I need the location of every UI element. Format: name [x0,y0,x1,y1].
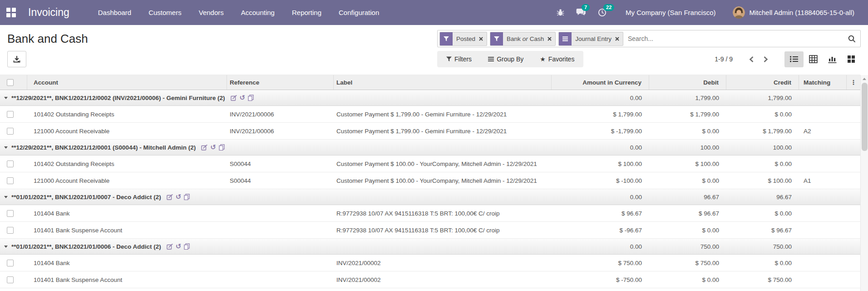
cell-amount-in-currency: $ -96.67 [552,227,649,234]
header-account[interactable]: Account [27,75,227,90]
journal-item-row[interactable]: 101401 Bank Suspense Account INV/2021/00… [0,271,860,288]
cell-account: 101404 Bank [27,260,227,266]
journal-item-row[interactable]: 101402 Outstanding Receipts S00044 Custo… [0,156,860,172]
menu-dashboard[interactable]: Dashboard [89,0,140,25]
scrollbar-thumb[interactable] [862,83,868,151]
kanban-view-button[interactable] [842,51,861,67]
app-name[interactable]: Invoicing [28,6,69,19]
journal-item-row[interactable]: 101404 Bank INV/2021/00002 $ 750.00 $ 75… [0,255,860,271]
row-select-cell [0,260,27,266]
duplicate-icon[interactable] [248,95,254,101]
caret-down-icon[interactable] [4,97,8,99]
apps-menu-icon[interactable] [6,8,16,18]
journal-item-row[interactable]: 121000 Account Receivable INV/2021/00006… [0,123,860,140]
cell-amount-in-currency: $ 100.00 [552,161,649,167]
journal-item-row[interactable]: 101404 Bank R:9772938 10/07 AX 941511631… [0,205,860,222]
group-row[interactable]: **01/01/2021**, BNK1/2021/01/0006 - Deco… [0,239,860,255]
cell-credit: $ 96.67 [726,227,799,234]
row-checkbox[interactable] [7,128,14,135]
row-checkbox[interactable] [7,161,14,167]
group-row[interactable]: **01/01/2021**, BNK1/2021/01/0007 - Deco… [0,189,860,205]
pager-next-icon[interactable] [759,54,773,65]
header-reference[interactable]: Reference [227,75,334,90]
optional-columns-icon[interactable]: ⋮ [850,79,857,86]
edit-icon[interactable] [231,95,237,101]
cell-amount-in-currency: $ 1,799.00 [552,111,649,118]
remove-facet-icon[interactable] [479,32,487,45]
caret-down-icon[interactable] [4,196,8,198]
group-by-button[interactable]: Group By [488,55,523,63]
cell-debit: $ 96.67 [649,210,726,217]
cell-label: INV/2021/00002 [334,276,552,283]
optional-columns-cell: ⋮ [847,75,860,90]
undo-icon[interactable]: ↺ [210,145,216,151]
row-checkbox[interactable] [7,111,14,118]
journal-item-row[interactable]: 101401 Bank Suspense Account R:9772938 1… [0,222,860,239]
pivot-view-button[interactable] [804,51,823,67]
journal-item-row[interactable]: 101402 Outstanding Receipts INV/2021/000… [0,106,860,123]
graph-view-button[interactable] [823,51,842,67]
menu-vendors[interactable]: Vendors [190,0,232,25]
row-checkbox[interactable] [7,276,14,283]
cell-debit: $ 0.00 [649,128,726,135]
filters-button[interactable]: Filters [446,55,472,63]
group-credit: 96.67 [726,194,799,201]
group-row[interactable]: **12/29/2021**, BNK1/2021/12/0001 (S0004… [0,140,860,156]
search-input[interactable] [626,35,844,42]
group-debit: 750.00 [649,243,726,250]
control-panel-buttons: Filters Group By ★ Favorites 1-9 / 9 [0,51,868,67]
edit-icon[interactable] [201,144,207,151]
caret-down-icon[interactable] [4,146,8,149]
cell-label: Customer Payment $ 1,799.00 - Gemini Fur… [334,128,552,135]
edit-icon[interactable] [167,194,173,200]
row-select-cell [0,227,27,234]
duplicate-icon[interactable] [184,243,190,250]
select-all-checkbox[interactable] [7,79,14,86]
undo-icon[interactable]: ↺ [176,244,182,250]
menu-accounting[interactable]: Accounting [232,0,283,25]
header-label[interactable]: Label [334,75,552,90]
app-window: Invoicing Dashboard Customers Vendors Ac… [0,0,868,291]
scrollbar-up-arrow[interactable] [861,75,868,82]
row-checkbox[interactable] [7,227,14,234]
activities-clock-icon[interactable]: 22 [598,8,607,17]
favorites-button[interactable]: ★ Favorites [540,55,574,63]
group-row[interactable]: **12/29/2021**, BNK1/2021/12/0002 (INV/2… [0,90,860,106]
user-menu[interactable]: Mitchell Admin (11884065-15-0-all) [733,6,854,19]
menu-reporting[interactable]: Reporting [283,0,330,25]
pager: 1-9 / 9 [715,54,773,65]
journal-item-row[interactable]: 121000 Account Receivable S00044 Custome… [0,172,860,189]
user-avatar [733,6,745,19]
undo-icon[interactable]: ↺ [240,95,246,101]
header-debit[interactable]: Debit [649,75,726,90]
group-header-cell: **12/29/2021**, BNK1/2021/12/0001 (S0004… [0,144,552,151]
caret-down-icon[interactable] [4,246,8,248]
messages-icon[interactable]: 7 [576,8,586,17]
row-checkbox[interactable] [7,210,14,217]
group-header-cell: **01/01/2021**, BNK1/2021/01/0006 - Deco… [0,243,552,250]
row-checkbox[interactable] [7,260,14,266]
row-checkbox[interactable] [7,177,14,184]
export-button[interactable] [7,51,26,67]
edit-icon[interactable] [167,243,173,250]
pager-previous-icon[interactable] [745,54,759,65]
duplicate-icon[interactable] [219,144,225,151]
menu-configuration[interactable]: Configuration [330,0,388,25]
debug-bug-icon[interactable] [557,9,564,16]
duplicate-icon[interactable] [184,194,190,200]
cell-label: R:9772938 10/07 AX 9415116318 T:5 BRT: 1… [334,210,552,217]
user-name: Mitchell Admin (11884065-15-0-all) [749,9,854,16]
remove-facet-icon[interactable] [547,32,555,45]
search-options-row: Filters Group By ★ Favorites 1-9 / 9 [437,51,861,67]
header-matching[interactable]: Matching [799,75,847,90]
list-view-button[interactable] [784,51,804,67]
search-icon[interactable] [848,35,856,43]
cell-reference: S00044 [227,177,334,184]
menu-customers[interactable]: Customers [140,0,190,25]
header-amount-in-currency[interactable]: Amount in Currency [552,75,649,90]
remove-facet-icon[interactable] [615,32,623,45]
group-actions: ↺ [231,95,257,101]
undo-icon[interactable]: ↺ [176,194,182,200]
header-credit[interactable]: Credit [726,75,799,90]
company-switcher[interactable]: My Company (San Francisco) [626,9,715,16]
